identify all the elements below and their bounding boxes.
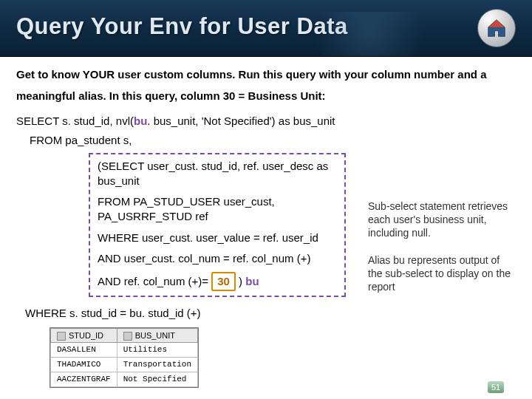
cell: AACZENTGRAF [51, 372, 117, 387]
slide-header: Query Your Env for User Data [0, 0, 532, 57]
sql-select-line: SELECT s. stud_id, nvl(bu. bus_unit, 'No… [16, 114, 516, 129]
annotation-alias: Alias bu represents output of the sub-se… [368, 253, 516, 294]
page-number: 51 [488, 381, 504, 393]
th-label: BUS_UNIT [135, 331, 175, 340]
sql-select-pre: SELECT s. stud_id, nvl( [16, 115, 134, 127]
cell: Utilities [117, 343, 197, 358]
sub-select: (SELECT user_cust. stud_id, ref. user_de… [98, 159, 337, 189]
cell: Not Specified [117, 372, 197, 387]
sub-and-2: AND ref. col_num (+)= 30 ) bu [98, 272, 337, 291]
sub-and-2-pre: AND ref. col_num (+)= [98, 275, 211, 287]
sub-from: FROM PA_STUD_USER user_cust, PA_USRRF_ST… [98, 194, 337, 225]
cell: Transportation [117, 358, 197, 372]
sub-where: WHERE user_cust. user_value = ref. user_… [98, 231, 337, 245]
sql-select-bu: bu [134, 115, 147, 127]
sql-outer-where: WHERE s. stud_id = bu. stud_id (+) [25, 306, 516, 321]
sub-alias: bu [245, 275, 259, 287]
table-header-busunit: BUS_UNIT [117, 328, 197, 343]
annotation-subselect: Sub-select statement retrieves each user… [368, 200, 516, 240]
column-number-highlight: 30 [211, 272, 236, 291]
th-label: STUD_ID [69, 331, 103, 340]
header-decoration [296, 12, 443, 56]
cell: THADAMICO [51, 358, 117, 372]
annotations-panel: Sub-select statement retrieves each user… [368, 200, 516, 307]
subselect-box: (SELECT user_cust. stud_id, ref. user_de… [89, 153, 346, 298]
home-icon [485, 17, 508, 39]
table-row: THADAMICO Transportation [51, 358, 198, 372]
sub-and-1: AND user_cust. col_num = ref. col_num (+… [98, 251, 337, 266]
sub-and-2-post: ) [236, 275, 245, 287]
intro-text: Get to know YOUR user custom columns. Ru… [16, 64, 516, 106]
sql-from-line: FROM pa_student s, [30, 133, 516, 148]
table-header-studid: STUD_ID [51, 328, 117, 343]
column-icon [57, 332, 66, 341]
result-table: STUD_ID BUS_UNIT DASALLEN Utilities THAD… [50, 327, 199, 388]
sql-select-tail: . bus_unit, 'Not Specified') as bus_unit [147, 115, 335, 127]
column-icon [123, 332, 132, 341]
table-row: AACZENTGRAF Not Specified [51, 372, 198, 387]
cell: DASALLEN [51, 343, 117, 358]
table-row: DASALLEN Utilities [51, 343, 198, 358]
home-button[interactable] [477, 9, 516, 47]
